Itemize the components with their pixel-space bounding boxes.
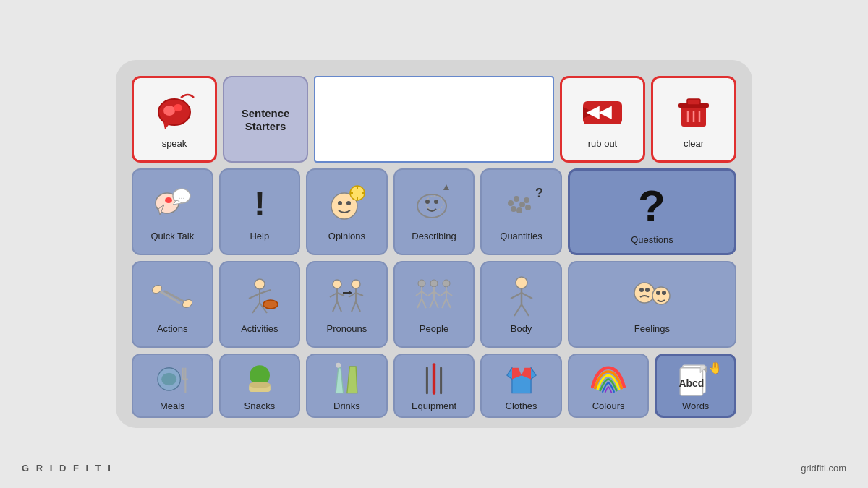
grid-row-3: Meals Snacks bbox=[132, 354, 736, 419]
equipment-label: Equipment bbox=[412, 401, 456, 412]
actions-icon bbox=[147, 275, 197, 319]
svg-point-47 bbox=[255, 279, 265, 289]
svg-line-72 bbox=[417, 299, 422, 308]
grid-row-2: Actions Activities bbox=[132, 261, 736, 348]
words-label: Words bbox=[682, 401, 709, 412]
svg-point-39 bbox=[524, 197, 529, 203]
svg-line-49 bbox=[249, 294, 260, 299]
snacks-label: Snacks bbox=[244, 401, 276, 412]
drinks-label: Drinks bbox=[333, 401, 360, 412]
clear-label: clear bbox=[684, 138, 704, 150]
feelings-label: Feelings bbox=[634, 323, 670, 335]
text-input-area[interactable] bbox=[314, 76, 554, 163]
describing-button[interactable]: Describing bbox=[393, 168, 475, 255]
pronouns-label: Pronouns bbox=[327, 323, 367, 335]
svg-line-59 bbox=[337, 301, 341, 312]
svg-marker-112 bbox=[506, 367, 535, 393]
svg-point-74 bbox=[430, 280, 438, 287]
svg-point-37 bbox=[511, 206, 516, 212]
svg-point-29 bbox=[417, 194, 446, 218]
equipment-button[interactable]: Equipment bbox=[393, 354, 475, 419]
svg-line-50 bbox=[260, 290, 271, 294]
meals-button[interactable]: Meals bbox=[132, 354, 213, 419]
svg-point-1 bbox=[163, 106, 175, 116]
describing-label: Describing bbox=[412, 231, 456, 242]
text-input[interactable] bbox=[320, 82, 548, 157]
rub-out-icon: ◀◀ bbox=[577, 90, 628, 134]
svg-line-84 bbox=[442, 299, 446, 308]
clothes-button[interactable]: Clothes bbox=[480, 354, 562, 419]
snacks-button[interactable]: Snacks bbox=[219, 354, 301, 419]
feelings-button[interactable]: Feelings bbox=[568, 261, 736, 348]
help-icon: ! bbox=[234, 183, 285, 226]
describing-icon bbox=[409, 183, 459, 226]
watermark-left: G R I D F I T I bbox=[22, 463, 113, 474]
actions-label: Actions bbox=[157, 323, 188, 335]
svg-point-92 bbox=[634, 283, 655, 303]
people-button[interactable]: People bbox=[393, 261, 475, 348]
colours-button[interactable]: Colours bbox=[568, 354, 650, 419]
svg-line-83 bbox=[446, 291, 452, 296]
svg-point-68 bbox=[418, 280, 425, 287]
svg-line-78 bbox=[430, 299, 434, 308]
snacks-icon bbox=[234, 361, 285, 396]
sentence-starters-button[interactable]: Sentence Starters bbox=[223, 76, 308, 163]
people-icon bbox=[409, 275, 459, 319]
people-label: People bbox=[420, 323, 448, 335]
svg-text:?: ? bbox=[535, 186, 543, 200]
activities-button[interactable]: Activities bbox=[219, 261, 301, 348]
quick-talk-icon: ... bbox=[147, 183, 197, 226]
quantities-button[interactable]: ? Quantities bbox=[480, 168, 562, 255]
svg-point-60 bbox=[352, 280, 360, 288]
colours-icon bbox=[583, 361, 634, 396]
quick-talk-button[interactable]: ... Quick Talk bbox=[132, 168, 213, 255]
svg-point-2 bbox=[174, 104, 182, 111]
svg-text:!: ! bbox=[254, 184, 265, 223]
body-label: Body bbox=[511, 323, 532, 335]
clear-button[interactable]: clear bbox=[651, 76, 736, 163]
svg-point-15 bbox=[165, 197, 172, 203]
svg-line-70 bbox=[416, 291, 422, 296]
aac-board: speak Sentence Starters ◀◀ rub out bbox=[116, 60, 752, 429]
drinks-button[interactable]: Drinks bbox=[306, 354, 388, 419]
questions-button[interactable]: ? Questions bbox=[568, 168, 736, 255]
speak-label: speak bbox=[162, 138, 187, 150]
clothes-icon bbox=[496, 361, 547, 396]
svg-point-32 bbox=[434, 200, 438, 204]
help-label: Help bbox=[250, 231, 269, 242]
help-button[interactable]: ! Help bbox=[219, 168, 301, 255]
svg-point-94 bbox=[645, 288, 650, 292]
svg-point-96 bbox=[656, 291, 660, 295]
svg-point-22 bbox=[338, 201, 342, 205]
opinions-button[interactable]: Opinions bbox=[306, 168, 388, 255]
rub-out-button[interactable]: ◀◀ rub out bbox=[560, 76, 645, 163]
svg-point-34 bbox=[508, 200, 514, 206]
svg-point-105 bbox=[249, 382, 271, 388]
svg-point-80 bbox=[443, 280, 450, 287]
opinions-icon bbox=[321, 183, 372, 226]
meals-label: Meals bbox=[160, 401, 185, 412]
svg-line-63 bbox=[356, 293, 363, 296]
svg-text:🤚: 🤚 bbox=[707, 361, 720, 374]
svg-point-97 bbox=[662, 291, 666, 295]
pronouns-icon bbox=[321, 275, 372, 319]
svg-point-108 bbox=[336, 362, 341, 367]
actions-button[interactable]: Actions bbox=[132, 261, 213, 348]
clothes-label: Clothes bbox=[506, 401, 537, 412]
speak-button[interactable]: speak bbox=[132, 76, 217, 163]
colours-label: Colours bbox=[592, 401, 625, 412]
svg-marker-67 bbox=[349, 291, 352, 295]
svg-line-51 bbox=[252, 303, 260, 313]
svg-line-64 bbox=[352, 301, 356, 312]
svg-line-71 bbox=[422, 291, 427, 296]
svg-point-86 bbox=[516, 277, 527, 288]
meals-icon bbox=[147, 361, 197, 396]
body-button[interactable]: Body bbox=[480, 261, 562, 348]
svg-point-93 bbox=[639, 288, 644, 292]
svg-point-46 bbox=[182, 298, 194, 309]
opinions-label: Opinions bbox=[328, 231, 365, 242]
words-button[interactable]: Abcd 🤚 Words bbox=[655, 354, 736, 419]
pronouns-button[interactable]: Pronouns bbox=[306, 261, 388, 348]
svg-text:?: ? bbox=[638, 181, 665, 230]
grid-rows: ... Quick Talk ! Help bbox=[132, 168, 736, 419]
